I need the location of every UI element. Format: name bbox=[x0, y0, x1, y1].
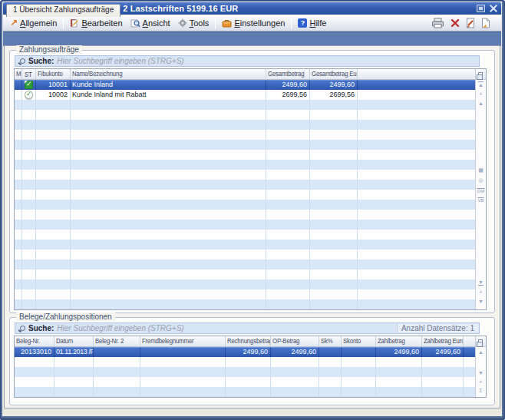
scroll-up-icon[interactable]: ▲ bbox=[476, 349, 486, 356]
column-header-rechnungsbetrag[interactable]: Rechnungsbetrag bbox=[226, 336, 271, 347]
menu-ansicht[interactable]: Ansicht bbox=[127, 17, 174, 29]
grid-cell bbox=[71, 230, 266, 240]
grid-cell bbox=[358, 190, 475, 200]
scroll-top-icon[interactable]: ▲ bbox=[476, 82, 486, 88]
table-row[interactable]: 10001 Kunde Inland 2499,60 2499,60 bbox=[15, 80, 475, 90]
cancel-icon[interactable] bbox=[451, 18, 460, 28]
menu-tools[interactable]: Tools bbox=[174, 17, 213, 29]
grid-cell bbox=[271, 357, 319, 367]
column-header-op-betrag[interactable]: OP-Betrag bbox=[271, 336, 319, 347]
table-row[interactable] bbox=[15, 377, 475, 387]
column-header-fibukonto[interactable]: Fibukonto bbox=[36, 69, 71, 80]
scroll-bottom-icon[interactable]: ▼ bbox=[476, 279, 486, 286]
grid-cell bbox=[71, 260, 266, 270]
grid-cell bbox=[266, 299, 310, 309]
column-header-fremdbelegnummer[interactable]: Fremdbelegnummer bbox=[140, 336, 226, 347]
zoom-icon[interactable]: ◎ bbox=[476, 177, 486, 184]
table-row[interactable] bbox=[15, 270, 475, 279]
column-header-name[interactable]: Name/Bezeichnung bbox=[71, 69, 266, 80]
layers-icon bbox=[478, 339, 483, 343]
grid-cell bbox=[71, 140, 266, 150]
grid-cell bbox=[266, 200, 310, 210]
column-chooser-button[interactable] bbox=[476, 336, 486, 347]
table-row[interactable] bbox=[15, 180, 475, 190]
grid-cell bbox=[226, 357, 271, 367]
save-record-icon[interactable] bbox=[466, 18, 475, 28]
table-row[interactable] bbox=[15, 120, 475, 130]
grid-cell bbox=[464, 387, 475, 397]
grid-cell bbox=[266, 279, 310, 289]
column-header-datum[interactable]: Datum bbox=[54, 336, 94, 347]
table-row[interactable] bbox=[15, 190, 475, 200]
table-row[interactable] bbox=[15, 140, 475, 150]
new-record-icon[interactable] bbox=[481, 18, 490, 28]
table-row[interactable] bbox=[15, 260, 475, 270]
search-input[interactable]: Suche: Hier Suchbegriff eingeben (STRG+S… bbox=[15, 322, 480, 334]
grid-cell bbox=[22, 90, 36, 100]
dm-icon[interactable]: DM bbox=[476, 188, 486, 194]
column-header-sk-prozent[interactable]: Sk% bbox=[319, 336, 342, 347]
table-row[interactable]: 10002 Kunde Inland mit Rabatt 2699,56 26… bbox=[15, 90, 475, 100]
grid-cell bbox=[266, 130, 310, 140]
table-row[interactable] bbox=[15, 150, 475, 160]
column-header-m[interactable]: M bbox=[15, 69, 22, 80]
print-icon[interactable] bbox=[431, 18, 444, 28]
column-header-zahlbetrag[interactable]: Zahlbetrag bbox=[376, 336, 422, 347]
menu-hilfe[interactable]: ? Hilfe bbox=[294, 17, 330, 29]
scroll-down-icon[interactable]: ▼ bbox=[476, 299, 486, 305]
table-row[interactable] bbox=[15, 130, 475, 140]
grid-cell bbox=[376, 367, 422, 377]
scroll-down-icon[interactable]: ▼ bbox=[476, 370, 486, 376]
column-chooser-button[interactable] bbox=[476, 69, 486, 80]
table-row[interactable] bbox=[15, 240, 475, 250]
column-header-zahlbetrag-euro[interactable]: Zahlbetrag Euro bbox=[422, 336, 464, 347]
column-header-skonto[interactable]: Skonto bbox=[342, 336, 376, 347]
table-row[interactable] bbox=[15, 289, 475, 299]
grid-cell bbox=[310, 140, 358, 150]
table-row[interactable] bbox=[15, 279, 475, 289]
window-close-icon[interactable] bbox=[490, 5, 497, 12]
search-icon bbox=[18, 58, 25, 64]
add-row-icon[interactable]: + bbox=[476, 289, 486, 296]
table-row[interactable] bbox=[15, 160, 475, 170]
grid-cell bbox=[36, 180, 71, 190]
column-header-beleg-nr[interactable]: Beleg-Nr. bbox=[15, 336, 54, 347]
grid-cell bbox=[358, 150, 475, 160]
grid-cell bbox=[358, 289, 475, 299]
menu-einstellungen[interactable]: Einstellungen bbox=[218, 17, 289, 29]
grid-cell bbox=[358, 90, 475, 100]
add-row-icon[interactable]: + bbox=[476, 379, 486, 385]
table-row[interactable] bbox=[15, 357, 475, 367]
table-row[interactable] bbox=[15, 250, 475, 260]
table-row[interactable] bbox=[15, 387, 475, 397]
table-row[interactable] bbox=[15, 110, 475, 120]
table-row[interactable] bbox=[15, 230, 475, 240]
grid-cell bbox=[15, 200, 22, 210]
menu-allgemein[interactable]: ↗ Allgemein bbox=[6, 17, 61, 29]
scroll-up-icon[interactable]: ▲ bbox=[476, 101, 486, 107]
column-header-st[interactable]: ST bbox=[22, 69, 36, 80]
grid-cell bbox=[94, 347, 140, 357]
grid-cell bbox=[22, 110, 36, 120]
column-header-gesamtbetrag-euro[interactable]: Gesamtbetrag Euro bbox=[310, 69, 358, 80]
sum-icon[interactable]: Σ bbox=[476, 388, 486, 394]
table-row[interactable] bbox=[15, 299, 475, 309]
table-row[interactable] bbox=[15, 170, 475, 180]
search-input[interactable]: Suche: Hier Suchbegriff eingeben (STRG+S… bbox=[15, 55, 480, 67]
table-row[interactable] bbox=[15, 367, 475, 377]
column-header-beleg-nr-2[interactable]: Beleg-Nr. 2 bbox=[94, 336, 140, 347]
table-row[interactable]: 20133010 01.11.2013 /Fr 2499,60 2499,60 … bbox=[15, 347, 475, 357]
table-row[interactable] bbox=[15, 100, 475, 110]
table-row[interactable] bbox=[15, 220, 475, 230]
grid-cell bbox=[15, 377, 54, 387]
column-header-gesamtbetrag[interactable]: Gesamtbetrag bbox=[266, 69, 310, 80]
vb-icon[interactable]: VB bbox=[476, 197, 486, 203]
window-restore-icon[interactable] bbox=[477, 5, 485, 12]
add-row-icon[interactable]: + bbox=[476, 91, 486, 98]
table-row[interactable] bbox=[15, 200, 475, 210]
table-row[interactable] bbox=[15, 210, 475, 220]
table-settings-icon[interactable]: ▦ bbox=[476, 167, 486, 174]
menu-bearbeiten[interactable]: Bearbeiten bbox=[66, 17, 126, 29]
tab-uebersicht-zahlungsauftraege[interactable]: 1 Übersicht Zahlungsaufträge bbox=[6, 4, 120, 17]
grid-cell bbox=[464, 347, 475, 357]
